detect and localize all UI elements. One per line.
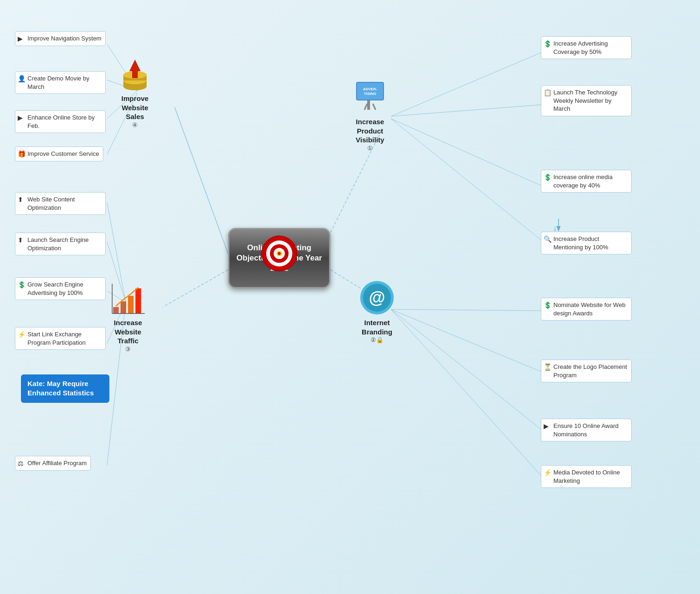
- branding-icon: @: [358, 279, 396, 316]
- svg-rect-46: [121, 301, 126, 314]
- leaf-customer-service: 🎁 Improve Customer Service: [15, 147, 103, 161]
- leaf-icon-nominate: 💲: [544, 301, 552, 310]
- branch-branding-label: InternetBranding: [358, 318, 396, 336]
- leaf-newsletter: 📋 Launch The Technology Weekly Newslette…: [541, 85, 632, 116]
- arrow-down-icon: ↓: [553, 223, 557, 233]
- leaf-icon-nav: ▶: [18, 34, 23, 43]
- advertising-icon: ADVER- TISING: [351, 78, 389, 115]
- leaf-logo-placement: ⏳ Create the Logo Placement Program: [541, 360, 632, 382]
- svg-line-15: [391, 119, 542, 186]
- svg-line-40: [364, 104, 367, 110]
- leaf-seo: ⬆ Launch Search Engine Optimization: [15, 233, 106, 255]
- branch-sales-num: ④: [116, 121, 154, 128]
- branch-visibility-label: IncreaseProductVisibility: [351, 117, 389, 145]
- center-title: Online Marketing Objectives for the Year…: [229, 239, 329, 277]
- leaf-icon-adv-cov: 💲: [544, 40, 552, 48]
- svg-rect-48: [135, 288, 141, 314]
- note-kate: Kate: May Require Enhanced Statistics: [21, 374, 109, 403]
- branch-improve-sales: ImproveWebsiteSales ④: [116, 55, 154, 128]
- svg-text:ADVER-: ADVER-: [363, 87, 377, 91]
- svg-line-13: [391, 52, 542, 116]
- svg-line-3: [163, 270, 228, 307]
- leaf-affiliate: ⚖ Offer Affiliate Program: [15, 456, 91, 471]
- svg-rect-47: [128, 296, 134, 314]
- branch-traffic-label: IncreaseWebsiteTraffic: [109, 318, 147, 346]
- svg-rect-45: [113, 307, 119, 314]
- center-node: Online Marketing Objectives for the Year…: [228, 228, 330, 288]
- sales-icon: [116, 55, 154, 92]
- svg-line-19: [391, 309, 542, 430]
- traffic-icon: [109, 279, 147, 316]
- leaf-icon-newsletter: 📋: [544, 88, 552, 97]
- leaf-content-opt: ⬆ Web Site Content Optimization: [15, 192, 106, 215]
- svg-line-16: [391, 119, 542, 241]
- leaf-icon-service: 🎁: [18, 150, 26, 159]
- svg-rect-39: [367, 100, 370, 110]
- leaf-icon-logo: ⏳: [544, 363, 552, 372]
- svg-line-0: [175, 107, 228, 254]
- svg-line-17: [391, 309, 542, 311]
- svg-line-14: [391, 105, 542, 116]
- branch-branding-num: ②🔒: [358, 336, 396, 343]
- leaf-icon-content: ⬆: [18, 195, 23, 204]
- svg-line-41: [373, 104, 376, 110]
- svg-text:@: @: [369, 288, 385, 307]
- leaf-icon-link: ⚡: [18, 330, 26, 339]
- leaf-grow-search: 💲 Grow Search Engine Advertising by 100%: [15, 277, 106, 300]
- leaf-create-demo: 👤 Create Demo Movie by March: [15, 71, 106, 94]
- branch-sales-label: ImproveWebsiteSales: [116, 94, 154, 121]
- leaf-improve-nav: ▶ Improve Navigation System: [15, 31, 106, 46]
- leaf-link-exchange: ⚡ Start Link Exchange Program Participat…: [15, 327, 106, 350]
- leaf-icon-store: ▶: [18, 113, 23, 122]
- leaf-award-nominations: ▶ Ensure 10 Online Award Nominations: [541, 419, 632, 441]
- leaf-icon-grow: 💲: [18, 280, 26, 289]
- svg-line-20: [391, 309, 542, 477]
- leaf-icon-mention: 🔍: [544, 235, 552, 244]
- leaf-enhance-store: ▶ Enhance Online Store by Feb.: [15, 110, 106, 133]
- leaf-media-coverage: 💲 Increase online media coverage by 40%: [541, 170, 632, 193]
- branch-traffic: IncreaseWebsiteTraffic ③: [109, 279, 147, 353]
- leaf-advertising-coverage: 💲 Increase Advertising Coverage by 50%: [541, 36, 632, 59]
- branch-visibility: ADVER- TISING IncreaseProductVisibility …: [351, 78, 389, 152]
- leaf-icon-media-cov: 💲: [544, 173, 552, 182]
- branch-visibility-num: ①: [351, 145, 389, 152]
- leaf-mentioning: 🔍 Increase Product Mentioning by 100%: [541, 232, 632, 254]
- svg-rect-36: [357, 83, 383, 100]
- branch-traffic-num: ③: [109, 346, 147, 353]
- svg-line-18: [391, 309, 542, 372]
- leaf-icon-demo: 👤: [18, 74, 26, 83]
- leaf-nominate: 💲 Nominate Website for Web design Awards: [541, 298, 632, 320]
- leaf-icon-seo: ⬆: [18, 236, 23, 245]
- leaf-icon-media-dev: ⚡: [544, 468, 552, 477]
- svg-text:TISING: TISING: [364, 92, 377, 96]
- branch-branding: @ InternetBranding ②🔒: [358, 279, 396, 343]
- note-text: Kate: May Require Enhanced Statistics: [27, 380, 94, 397]
- leaf-media-devoted: ⚡ Media Devoted to Online Marketing: [541, 465, 632, 488]
- leaf-icon-award: ▶: [544, 422, 549, 431]
- leaf-icon-affiliate: ⚖: [18, 459, 24, 468]
